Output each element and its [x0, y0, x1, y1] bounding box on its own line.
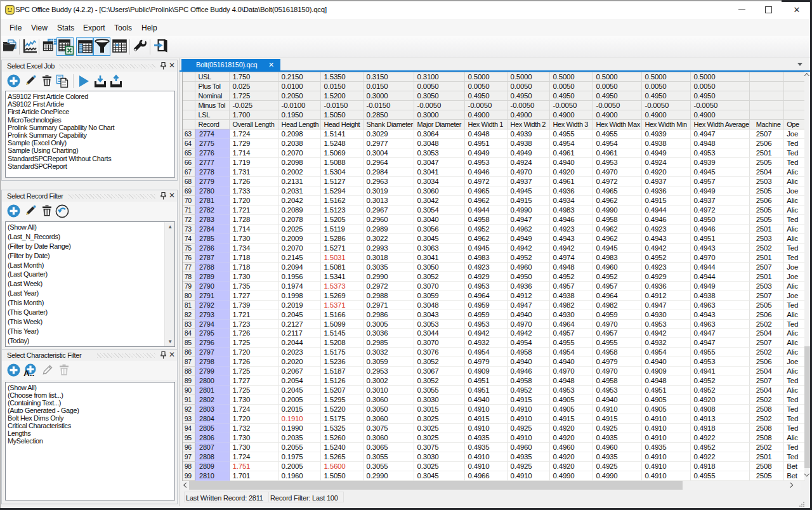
svg-text:A..: A..: [23, 369, 34, 377]
